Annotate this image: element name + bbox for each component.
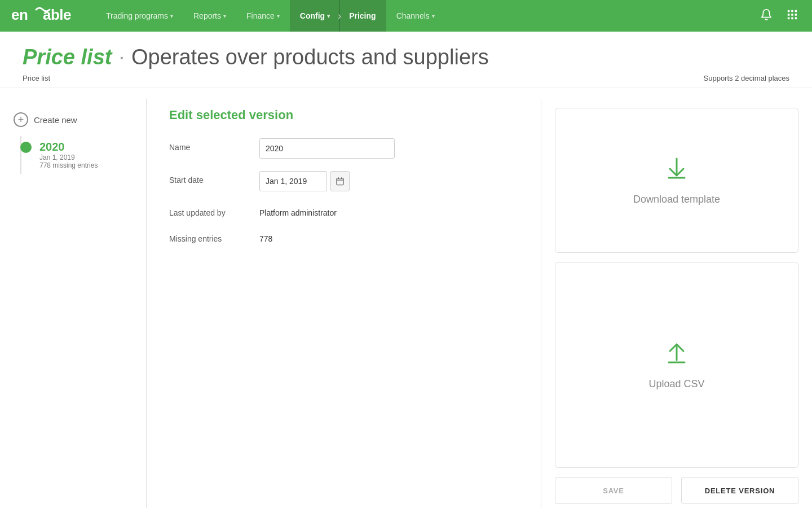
list-item[interactable]: 2020 Jan 1, 2019 778 missing entries — [20, 136, 98, 174]
create-new-button[interactable]: + Create new — [14, 108, 133, 136]
logo[interactable]: en able — [11, 4, 73, 28]
grid-icon[interactable] — [784, 6, 801, 26]
svg-rect-2 — [788, 10, 790, 12]
start-date-label: Start date — [169, 171, 259, 185]
svg-rect-4 — [795, 10, 797, 12]
timeline-dot-active — [20, 142, 32, 153]
missing-entries-label: Missing entries — [169, 230, 259, 243]
edit-panel: Edit selected version Name Start date — [147, 99, 541, 508]
nav-item-reports[interactable]: Reports ▾ — [183, 0, 236, 32]
timeline-content: 2020 Jan 1, 2019 778 missing entries — [39, 141, 98, 169]
save-button[interactable]: SAVE — [555, 477, 672, 504]
svg-rect-11 — [337, 178, 343, 185]
svg-rect-8 — [788, 17, 790, 19]
page-title-green: Price list — [23, 45, 112, 69]
form-row-name: Name — [169, 138, 518, 159]
missing-entries-value: 778 — [259, 230, 518, 243]
page-note: Supports 2 decimal places — [704, 74, 789, 82]
download-template-label: Download template — [633, 194, 720, 205]
nav-items: Trading programs ▾ Reports ▾ Finance ▾ C… — [96, 0, 758, 32]
nav-item-config[interactable]: Config ▾ — [290, 0, 340, 32]
page-title-dot: · — [118, 45, 125, 69]
form-row-last-updated: Last updated by Platform administrator — [169, 204, 518, 217]
name-input[interactable] — [259, 138, 395, 159]
nav-item-finance[interactable]: Finance ▾ — [236, 0, 290, 32]
last-updated-label: Last updated by — [169, 204, 259, 217]
download-template-card[interactable]: Download template — [555, 108, 798, 253]
logo-text: en able — [11, 4, 73, 28]
chevron-down-icon: ▾ — [277, 13, 280, 19]
bottom-actions: SAVE DELETE VERSION — [555, 477, 798, 504]
nav-right — [758, 6, 801, 26]
chevron-down-icon: ▾ — [170, 13, 173, 19]
version-missing: 778 missing entries — [39, 161, 98, 169]
form-row-start-date: Start date — [169, 171, 518, 191]
version-date: Jan 1, 2019 — [39, 154, 98, 161]
main-content: + Create new 2020 Jan 1, 2019 778 missin… — [0, 87, 812, 508]
page-title-row: Price list · Operates over products and … — [23, 45, 789, 69]
svg-text:en: en — [11, 6, 28, 23]
nav-item-trading-programs[interactable]: Trading programs ▾ — [96, 0, 183, 32]
delete-version-button[interactable]: DELETE VERSION — [681, 477, 798, 504]
calendar-button[interactable] — [330, 171, 350, 191]
upload-icon — [663, 340, 690, 369]
create-new-label: Create new — [34, 115, 77, 125]
name-label: Name — [169, 138, 259, 152]
upload-csv-card[interactable]: Upload CSV — [555, 262, 798, 468]
sidebar: + Create new 2020 Jan 1, 2019 778 missin… — [0, 99, 147, 508]
upload-csv-label: Upload CSV — [648, 378, 704, 390]
date-input-group — [259, 171, 350, 191]
right-panel: Download template Upload CSV SAVE DELETE… — [541, 99, 812, 508]
nav-item-pricing[interactable]: Pricing — [339, 0, 386, 32]
bell-icon[interactable] — [758, 6, 775, 26]
breadcrumb: Price list — [23, 74, 50, 82]
chevron-down-icon: ▾ — [327, 13, 330, 19]
svg-rect-5 — [788, 14, 790, 16]
download-icon — [663, 155, 690, 185]
svg-text:able: able — [43, 6, 71, 23]
page-header: Price list · Operates over products and … — [0, 32, 812, 87]
svg-rect-9 — [791, 17, 793, 19]
svg-rect-6 — [791, 14, 793, 16]
version-year: 2020 — [39, 141, 98, 154]
page-title-sub: Operates over products and suppliers — [131, 45, 489, 69]
start-date-input[interactable] — [259, 171, 327, 191]
svg-rect-7 — [795, 14, 797, 16]
page-meta-row: Price list Supports 2 decimal places — [23, 74, 789, 82]
nav-item-channels[interactable]: Channels ▾ — [386, 0, 445, 32]
timeline: 2020 Jan 1, 2019 778 missing entries — [14, 136, 133, 174]
svg-rect-10 — [795, 17, 797, 19]
edit-panel-title: Edit selected version — [169, 108, 518, 122]
svg-rect-3 — [791, 10, 793, 12]
last-updated-value: Platform administrator — [259, 204, 518, 217]
navbar: en able Trading programs ▾ Reports ▾ Fin… — [0, 0, 812, 32]
create-plus-icon: + — [14, 112, 28, 127]
form-row-missing-entries: Missing entries 778 — [169, 230, 518, 243]
chevron-down-icon: ▾ — [223, 13, 226, 19]
chevron-down-icon: ▾ — [432, 13, 435, 19]
